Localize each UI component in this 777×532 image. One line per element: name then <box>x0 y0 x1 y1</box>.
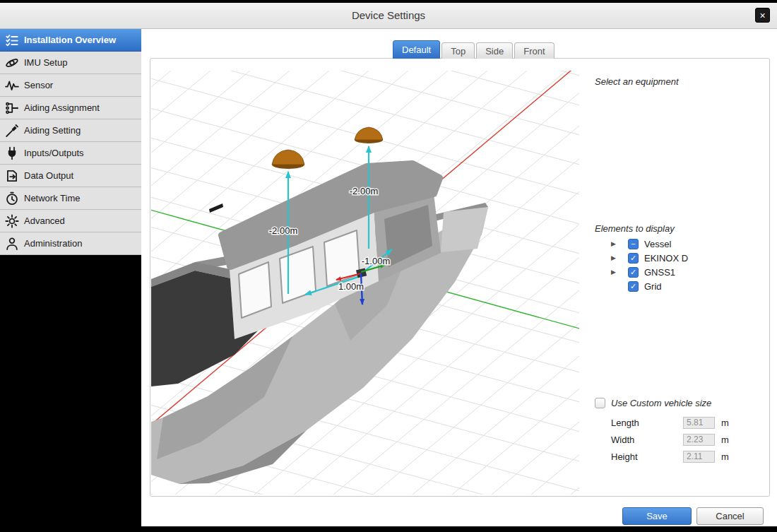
vessel-3d-view[interactable]: -2.00m -2.00m -1.00m 1.00m <box>151 71 579 495</box>
expand-arrow-icon[interactable]: ▶ <box>611 268 621 276</box>
measurement-label: -1.00m <box>362 256 390 266</box>
tab-top[interactable]: Top <box>441 42 475 59</box>
titlebar: Device Settings × <box>0 3 777 29</box>
stopwatch-icon <box>5 191 20 206</box>
grid-checkbox[interactable]: ✓ <box>628 281 639 292</box>
device-settings-window: Device Settings × Installation Overview … <box>0 0 777 532</box>
connector-pins-icon <box>5 101 20 115</box>
measurement-label: 1.00m <box>338 281 364 292</box>
sidebar-item-label: Data Output <box>24 170 73 181</box>
tab-front[interactable]: Front <box>514 42 554 59</box>
custom-size-label: Use Custom vehicle size <box>611 398 711 408</box>
sidebar-item-advanced[interactable]: Advanced <box>0 210 141 232</box>
checklist-icon <box>5 33 20 47</box>
export-document-icon <box>5 169 20 183</box>
sidebar-item-data-output[interactable]: Data Output <box>0 165 141 187</box>
height-input[interactable] <box>683 451 715 463</box>
plug-icon <box>5 146 20 160</box>
sidebar-item-aiding-assignment[interactable]: Aiding Assignment <box>0 97 141 119</box>
sidebar-item-label: Aiding Assignment <box>24 102 100 113</box>
view-tabs: Default Top Side Front <box>393 40 556 59</box>
sidebar-item-inputs-outputs[interactable]: Inputs/Outputs <box>0 142 141 165</box>
measurement-label: -2.00m <box>269 225 297 236</box>
custom-size-checkbox[interactable] <box>595 398 605 408</box>
expand-arrow-icon[interactable]: ▶ <box>611 240 621 247</box>
ekinox-d-checkbox[interactable]: ✓ <box>628 253 639 264</box>
sidebar-item-label: Network Time <box>24 193 80 203</box>
height-unit: m <box>721 451 729 462</box>
footer: Save Cancel <box>141 507 777 525</box>
sidebar-item-imu-setup[interactable]: IMU Setup <box>0 52 141 74</box>
sidebar-item-network-time[interactable]: Network Time <box>0 187 141 210</box>
sidebar: Installation Overview IMU Setup Sensor A… <box>0 29 141 532</box>
sidebar-item-label: Inputs/Outputs <box>24 148 84 158</box>
sidebar-item-label: Aiding Setting <box>24 125 81 136</box>
main-content: Default Top Side Front <box>141 29 777 526</box>
gear-icon <box>5 214 20 228</box>
waveform-icon <box>5 78 20 93</box>
vehicle-size-fields: Length m Width m Height m <box>611 414 729 465</box>
elements-to-display-title: Elements to display <box>595 223 675 234</box>
sidebar-item-installation-overview[interactable]: Installation Overview <box>0 29 141 52</box>
gnss-antenna-2[interactable] <box>355 127 383 143</box>
sidebar-item-aiding-setting[interactable]: Aiding Setting <box>0 119 141 142</box>
width-input[interactable] <box>683 434 715 446</box>
length-field-row: Length m <box>611 414 729 431</box>
window-title: Device Settings <box>0 9 777 21</box>
height-field-row: Height m <box>611 448 729 465</box>
expand-arrow-icon[interactable]: ▶ <box>611 254 621 261</box>
tab-default[interactable]: Default <box>393 40 440 59</box>
sidebar-item-label: Sensor <box>24 80 53 90</box>
sidebar-item-label: IMU Setup <box>24 57 67 68</box>
vessel-checkbox[interactable]: − <box>628 239 639 249</box>
tree-item-gnss1: ▶ ✓ GNSS1 <box>611 265 688 279</box>
gnss-antenna-1[interactable] <box>272 150 304 169</box>
cancel-button[interactable]: Cancel <box>696 507 764 525</box>
tree-item-label: GNSS1 <box>644 267 675 278</box>
custom-vehicle-size-row: Use Custom vehicle size <box>595 398 711 408</box>
screwdriver-icon <box>5 124 20 138</box>
sidebar-item-label: Advanced <box>24 215 65 226</box>
gyroscope-icon <box>5 56 20 70</box>
length-label: Length <box>611 418 683 428</box>
width-unit: m <box>721 435 729 445</box>
tree-item-label: Vessel <box>644 239 671 249</box>
sidebar-item-sensor[interactable]: Sensor <box>0 74 141 97</box>
elements-tree: ▶ − Vessel ▶ ✓ EKINOX D ▶ ✓ GNSS1 ✓ <box>611 237 688 293</box>
installation-panel: -2.00m -2.00m -1.00m 1.00m Select an equ… <box>150 58 770 497</box>
length-input[interactable] <box>683 417 715 429</box>
width-field-row: Width m <box>611 431 729 448</box>
measurement-label: -2.00m <box>350 186 378 196</box>
tree-item-label: Grid <box>644 281 662 292</box>
height-label: Height <box>611 451 683 462</box>
tree-item-ekinox-d: ▶ ✓ EKINOX D <box>611 251 688 265</box>
length-unit: m <box>721 418 729 428</box>
tree-item-vessel: ▶ − Vessel <box>611 237 688 251</box>
tab-side[interactable]: Side <box>476 42 513 59</box>
user-icon <box>5 237 20 251</box>
gnss1-checkbox[interactable]: ✓ <box>628 267 639 278</box>
tree-item-grid: ✓ Grid <box>611 279 688 293</box>
close-button[interactable]: × <box>755 8 770 23</box>
equipment-hint: Select an equipment <box>595 76 679 87</box>
tree-item-label: EKINOX D <box>644 253 688 264</box>
vessel-model[interactable] <box>151 164 488 484</box>
sidebar-item-label: Administration <box>24 238 82 249</box>
sidebar-item-label: Installation Overview <box>24 35 116 45</box>
save-button[interactable]: Save <box>622 507 692 525</box>
sidebar-item-administration[interactable]: Administration <box>0 232 141 255</box>
width-label: Width <box>611 435 683 445</box>
